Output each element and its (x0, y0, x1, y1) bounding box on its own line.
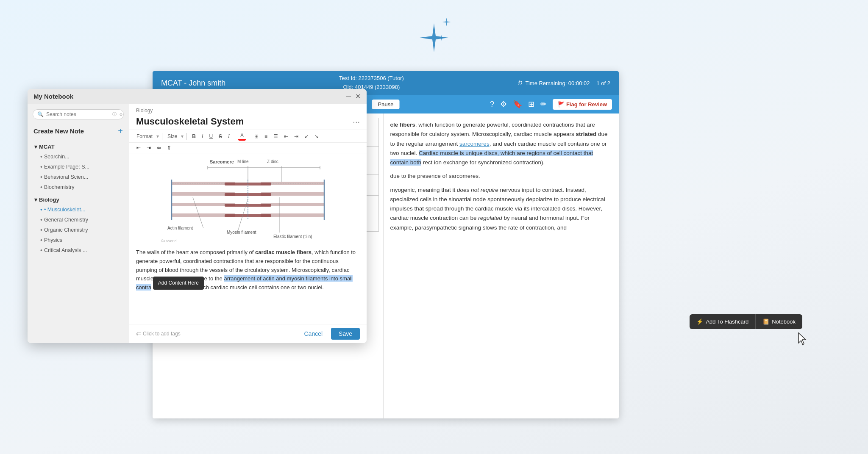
format-arrow: ▾ (156, 133, 159, 139)
notebook-titlebar: My Notebook ─ ✕ (28, 89, 367, 104)
pause-button[interactable]: Pause (372, 100, 400, 109)
add-tags[interactable]: 🏷 Click to add tags (136, 331, 181, 337)
myosin-label: Myosin filament (227, 230, 256, 235)
sidebar-category-biology[interactable]: ▾ Biology (31, 195, 125, 205)
layout-icon[interactable]: ⊞ (528, 100, 534, 109)
editor-toolbar-row2: ⇤ ⇥ ⇦ ⇧ (129, 143, 367, 153)
settings-icon[interactable]: ⚙ (500, 100, 507, 109)
align-right2-button[interactable]: ⇦ (155, 144, 163, 152)
flashcard-label: Add To Flashcard (706, 318, 748, 325)
action-popup: ⚡ Add To Flashcard 📔 Notebook (690, 314, 802, 329)
search-info-icon: ⓘ (112, 111, 117, 117)
sidebar-item-general-chemistry[interactable]: General Chemistry (31, 215, 125, 225)
toolbar-separator (162, 133, 162, 140)
elastic-label: Elastic filament (tilin) (273, 234, 312, 239)
unordered-list-button[interactable]: ☰ (271, 133, 280, 140)
exam-body-text2: due to the presence of sarcomeres. (390, 172, 612, 181)
underline-button[interactable]: U (207, 133, 215, 140)
help-icon[interactable]: ? (490, 100, 494, 109)
cancel-button[interactable]: Cancel (299, 328, 328, 340)
copyright-label: ©UWorld (161, 239, 176, 243)
add-content-tooltip: Add Content Here (153, 277, 204, 290)
note-menu-button[interactable]: ··· (353, 117, 360, 127)
note-title-row: Musculoskeletal System ··· (129, 114, 367, 130)
note-title: Musculoskeletal System (136, 116, 244, 127)
exam-test-id: Test Id: 222373506 (Tutor) (339, 74, 404, 83)
note-editor: Biology Musculoskeletal System ··· Forma… (129, 104, 367, 343)
sidebar-item-organic-chemistry[interactable]: Organic Chemistry (31, 225, 125, 235)
exam-body-text3: myogenic, meaning that it does not requi… (390, 185, 612, 233)
font-color-button[interactable]: A (238, 132, 246, 141)
note-breadcrumb: Biology (129, 104, 367, 114)
add-to-flashcard-button[interactable]: ⚡ Add To Flashcard (690, 314, 756, 329)
exam-text-area[interactable]: cle fibers, which function to generate p… (383, 114, 619, 418)
actin-label: Actin filament (167, 226, 193, 230)
create-note-plus-button[interactable]: + (118, 126, 123, 136)
format-dropdown[interactable]: Format (134, 133, 155, 140)
notebook-window: My Notebook ─ ✕ 🔍 ⓘ ⚙ Create New Note + … (28, 89, 367, 343)
flag-icon: 🚩 (558, 101, 565, 108)
toolbar-separator (186, 133, 187, 140)
highlighted-text: Cardiac muscle is unique discs, which ar… (390, 150, 593, 166)
sidebar-item-example[interactable]: Example Page: S... (31, 162, 125, 172)
search-input[interactable] (46, 111, 110, 117)
save-button[interactable]: Save (331, 328, 360, 340)
notebook-icon: 📔 (762, 318, 769, 325)
sidebar-category-mcat[interactable]: ▾ MCAT (31, 142, 125, 152)
notebook-titlebar-icons: ─ ✕ (346, 92, 361, 100)
tag-icon: 🏷 (136, 331, 141, 337)
sidebar-item-biochemistry[interactable]: Biochemistry (31, 182, 125, 192)
italic2-button[interactable]: I (226, 132, 232, 140)
note-footer-buttons: Cancel Save (299, 328, 360, 340)
align-center-button[interactable]: ⇥ (145, 144, 153, 152)
highlight-icon[interactable]: ✏ (540, 100, 547, 109)
indent-decrease-button[interactable]: ⇤ (282, 133, 290, 140)
toolbar-separator (249, 133, 249, 140)
sarcomere-diagram: Sarcomere M line Z disc (159, 158, 337, 243)
search-bar: 🔍 ⓘ ⚙ (33, 109, 124, 119)
close-icon[interactable]: ✕ (355, 92, 361, 100)
notebook-action-label: Notebook (772, 318, 796, 325)
notebook-title: My Notebook (33, 93, 73, 100)
sidebar-section-biology: ▾ Biology • Musculoskelet... General Che… (28, 195, 129, 255)
italic-button[interactable]: I (200, 133, 205, 140)
flag-review-button[interactable]: 🚩 Flag for Review (553, 99, 612, 110)
sidebar-item-behavioral[interactable]: Behavioral Scien... (31, 172, 125, 182)
note-content-area[interactable]: Sarcomere M line Z disc (129, 153, 367, 324)
bold-button[interactable]: B (190, 133, 198, 140)
search-settings-icon: ⚙ (119, 112, 123, 117)
size-arrow: ▾ (181, 133, 184, 139)
align-justify-button[interactable]: ⇧ (165, 144, 173, 152)
align-left-button[interactable]: ↙ (302, 133, 311, 140)
flag-review-label: Flag for Review (566, 101, 607, 108)
time-remaining-text: Time Remaining: 00:00:02 (525, 80, 590, 86)
exam-time: ⏱ Time Remaining: 00:00:02 1 of 2 (517, 80, 610, 86)
create-note-label: Create New Note (33, 127, 84, 135)
search-icon: 🔍 (37, 111, 44, 117)
sidebar-item-critical-analysis[interactable]: Critical Analysis ... (31, 245, 125, 255)
bookmark-icon[interactable]: 🔖 (513, 100, 522, 109)
align-right-button[interactable]: ↘ (312, 133, 321, 140)
strikethrough-button[interactable]: S (217, 133, 224, 140)
align-left2-button[interactable]: ⇤ (134, 144, 143, 152)
indent-increase-button[interactable]: ⇥ (292, 133, 300, 140)
table-button[interactable]: ⊞ (252, 133, 261, 140)
size-dropdown[interactable]: Size (165, 133, 179, 140)
svg-line-22 (193, 197, 203, 228)
sidebar-item-searching[interactable]: Searchin... (31, 152, 125, 162)
sidebar-item-musculoskeletal[interactable]: • Musculoskelet... (31, 205, 125, 215)
notebook-sidebar: 🔍 ⓘ ⚙ Create New Note + ▾ MCAT Searchin.… (28, 104, 129, 343)
page-count: 1 of 2 (596, 80, 610, 86)
create-note-row: Create New Note + (28, 124, 129, 138)
sidebar-item-physics[interactable]: Physics (31, 235, 125, 245)
exam-body-text: cle fibers, which function to generate p… (390, 120, 612, 167)
flashcard-icon: ⚡ (696, 318, 703, 325)
add-tags-label: Click to add tags (143, 331, 181, 337)
note-body-text[interactable]: The walls of the heart are composed prim… (136, 248, 360, 292)
notebook-body: 🔍 ⓘ ⚙ Create New Note + ▾ MCAT Searchin.… (28, 104, 367, 343)
editor-toolbar: Format ▾ Size ▾ B I U S I A ⊞ ≡ ☰ ⇤ (129, 130, 367, 143)
ordered-list-button[interactable]: ≡ (262, 133, 270, 140)
minimize-icon[interactable]: ─ (346, 93, 351, 100)
chevron-down-icon: ▾ (34, 144, 37, 150)
notebook-action-button[interactable]: 📔 Notebook (756, 314, 802, 329)
